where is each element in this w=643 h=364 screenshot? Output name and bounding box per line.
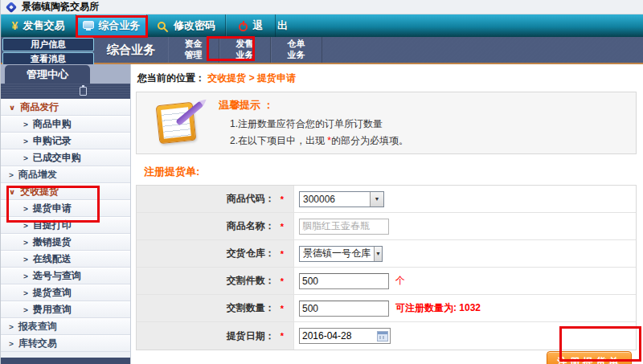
dropdown-arrow-icon[interactable] [374,247,382,261]
dropdown-arrow-icon[interactable] [370,192,383,207]
quantity-input[interactable] [299,301,389,317]
tip-line-2-pre: 2.在以下项目中，出现 [230,135,327,146]
chevron-right-icon: > [23,305,28,313]
power-icon [238,21,248,31]
subnav-left-column: 用户信息 查看消息 [1,37,94,63]
menu-item-general-business[interactable]: 综合业务 [76,14,147,37]
sidebar-item-label: 提货查询 [33,286,72,300]
form-title: 注册提货单: [144,165,643,179]
chevron-right-icon: > [23,238,28,246]
form-row-quantity: 交割数量： * 可注册数量为: 1032 [137,295,636,322]
product-code-select[interactable]: 300006 [299,191,384,207]
field-label-text: 交割件数： [227,274,275,288]
menu-item-sale-trade[interactable]: 发售交易 [1,14,76,37]
required-asterisk: * [281,276,284,286]
form-footer: 注册提货单 [136,350,637,364]
required-asterisk: * [281,304,284,313]
calendar-icon[interactable] [377,331,388,342]
user-info-button[interactable]: 用户信息 [2,38,94,51]
breadcrumb-path[interactable]: 交收提货 > 提货申请 [207,72,296,84]
sidebar-item-label: 商品增发 [18,168,57,182]
sidebar-item-9[interactable]: >在线配送 [1,251,130,268]
sidebar-item-4[interactable]: >商品增发 [1,166,130,183]
sidebar-bottom-bar [1,358,130,364]
sidebar-item-11[interactable]: >提货查询 [1,284,130,301]
tab-label-line1: 仓单 [288,39,305,50]
menu-item-label: 出 [277,18,288,33]
title-bar: 景德镇陶瓷交易所 [1,0,643,14]
product-name-input [299,219,389,235]
warehouse-select[interactable]: 景德镇一号仓库 [299,246,383,262]
select-value: 300006 [300,194,370,205]
chevron-right-icon: > [23,204,28,212]
sidebar-item-0[interactable]: ∨商品发行 [1,99,130,116]
required-asterisk: * [281,249,284,259]
field-label-text: 商品名称： [227,219,275,233]
tip-title: 温馨提示 ： [219,98,408,112]
menu-item-change-password[interactable]: 修改密码 [147,14,226,37]
section-title: 综合业务 [94,37,168,63]
form-row-pieces: 交割件数： * 个 [137,268,636,295]
sidebar-item-label: 在线配送 [33,252,72,266]
tab-label-line1: 资金 [185,39,203,50]
sidebar-item-10[interactable]: >选号与查询 [1,268,130,284]
pieces-input[interactable] [299,273,389,289]
tab-label-line2: 业务 [288,50,305,61]
sidebar-item-12[interactable]: >费用查询 [1,301,130,318]
main-content: 您当前的位置： 交收提货 > 提货申请 温馨提示 ： 1.注册数量应符合您的订单… [131,64,643,364]
chevron-right-icon: > [23,120,28,128]
tip-line-2-post: 的部分为必填项。 [331,135,408,146]
sidebar: 管理中心 ∨商品发行>商品申购>申购记录>已成交申购>商品增发∨交收提货>提货申… [1,64,131,364]
tab-label-line2: 管理 [185,50,203,61]
tab-label-line1: 发售 [236,39,254,50]
chevron-right-icon: > [23,272,28,280]
menu-item-logout-tui[interactable]: 退 [226,14,276,37]
notepad-pen-icon [153,99,206,147]
breadcrumb-prefix: 您当前的位置： [137,72,205,84]
sidebar-item-8[interactable]: >撤销提货 [1,234,130,251]
tab-funds-management[interactable]: 资金 管理 [168,37,219,63]
sidebar-item-1[interactable]: >商品申购 [1,116,130,133]
chevron-right-icon: > [23,288,28,297]
sidebar-item-5[interactable]: ∨交收提货 [1,183,130,200]
field-label: 交割数量： * [137,295,294,321]
sidebar-item-6[interactable]: >提货申请 [1,200,130,217]
sidebar-item-14[interactable]: >库转交易 [1,335,130,352]
pieces-unit: 个 [395,274,405,288]
secondary-nav: 用户信息 查看消息 综合业务 资金 管理 发售 业务 仓单 业务 [1,37,643,64]
sidebar-icon-bar [1,84,130,99]
window-title: 景德镇陶瓷交易所 [22,0,99,14]
chevron-right-icon: > [9,170,14,178]
sidebar-item-label: 选号与查询 [33,269,81,283]
required-asterisk: * [281,222,284,231]
menu-item-logout-chu[interactable]: 出 [276,14,313,37]
yen-icon [12,19,18,32]
sidebar-item-label: 商品申购 [33,117,72,131]
field-label: 交割件数： * [137,268,294,294]
tip-text: 温馨提示 ： 1.注册数量应符合您的订单所订数量 2.在以下项目中，出现 *的部… [219,98,408,148]
clipboard-icon[interactable] [80,87,87,96]
register-delivery-button[interactable]: 注册提货单 [547,351,632,364]
sidebar-item-label: 提货申请 [33,202,72,215]
chevron-right-icon: > [23,255,28,263]
sidebar-item-label: 自提打印 [33,219,72,232]
sidebar-item-label: 商品发行 [20,100,59,114]
required-asterisk: * [281,194,284,204]
sidebar-item-label: 申购记录 [33,134,72,148]
app-logo-icon [6,1,17,12]
tab-sale-business[interactable]: 发售 业务 [219,37,271,63]
monitor-icon [83,21,94,31]
chevron-right-icon: > [23,137,28,145]
chevron-right-icon: > [9,322,14,330]
sidebar-item-3[interactable]: >已成交申购 [1,149,130,166]
sidebar-item-13[interactable]: >报表查询 [1,318,130,335]
tab-warehouse-receipt[interactable]: 仓单 业务 [271,37,322,63]
sidebar-item-label: 交收提货 [20,185,59,198]
management-center-tab[interactable]: 管理中心 [5,65,90,84]
sidebar-item-2[interactable]: >申购记录 [1,133,130,149]
sidebar-item-label: 报表查询 [18,320,57,333]
field-label-text: 交割数量： [227,301,275,315]
pickup-date-input[interactable]: 2016-04-28 [299,328,391,344]
sidebar-item-7[interactable]: >自提打印 [1,217,130,234]
field-label: 提货日期： * [137,322,294,350]
